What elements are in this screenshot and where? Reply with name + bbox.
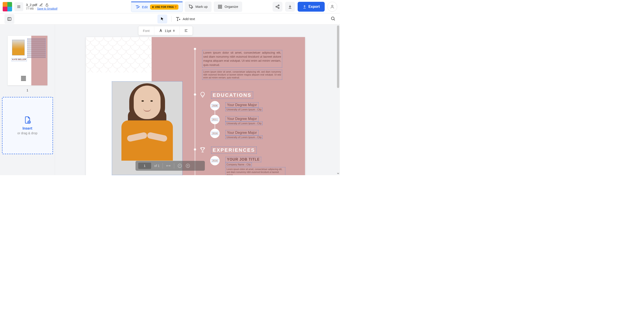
- intro-paragraph-1[interactable]: Lorem ipsum dolor sit amet, consectetuer…: [202, 50, 282, 68]
- right-tools: Export: [272, 2, 337, 12]
- job-title[interactable]: YOUR JOB TITLE: [226, 157, 261, 162]
- edit-label: Edit: [142, 5, 148, 9]
- degree-title-1[interactable]: Your Degree Major: [226, 116, 258, 122]
- svg-point-16: [332, 17, 334, 20]
- markup-icon: [189, 4, 193, 9]
- degree-title-0[interactable]: Your Degree Major: [226, 102, 258, 108]
- page-number-label: 1: [26, 88, 28, 92]
- svg-point-10: [278, 7, 279, 8]
- svg-rect-5: [220, 5, 222, 6]
- year-badge[interactable]: 2006: [210, 101, 220, 110]
- font-size-control[interactable]: 11pt ▲▼: [154, 26, 180, 35]
- svg-line-11: [277, 5, 278, 6]
- degree-sub-0[interactable]: University of Lorem Ipsum - City: [226, 108, 262, 111]
- page-controls: of 1: [136, 161, 205, 171]
- svg-line-12: [277, 7, 278, 8]
- lock-icon[interactable]: [45, 3, 49, 7]
- degree-sub-1[interactable]: University of Lorem Ipsum - City: [226, 122, 262, 125]
- svg-line-17: [334, 19, 335, 20]
- edit-text-icon: [135, 5, 140, 9]
- degree-title-2[interactable]: Your Degree Major: [226, 130, 258, 135]
- page-number-input[interactable]: [138, 163, 151, 169]
- panel-icon: [7, 17, 12, 21]
- font-family-selector[interactable]: Font: [138, 26, 154, 35]
- svg-point-8: [278, 5, 279, 6]
- markup-tab[interactable]: Mark up: [185, 1, 212, 12]
- exp-year: 2016: [212, 159, 218, 162]
- year-badge[interactable]: 2011: [210, 115, 220, 124]
- organize-icon: [218, 4, 222, 9]
- year-badge[interactable]: 2016: [210, 129, 220, 138]
- svg-rect-6: [218, 7, 220, 8]
- insert-title: Insert: [22, 126, 32, 130]
- svg-rect-7: [220, 7, 222, 8]
- font-color-icon: [159, 28, 163, 33]
- search-button[interactable]: [330, 16, 336, 22]
- insert-dropzone[interactable]: Insert or drag & drop: [2, 97, 53, 154]
- hamburger-icon: [17, 5, 21, 9]
- search-icon: [330, 16, 336, 21]
- organize-label: Organize: [224, 5, 238, 8]
- rename-icon[interactable]: [39, 3, 43, 7]
- insert-subtitle: or drag & drop: [18, 131, 38, 135]
- size-spinner[interactable]: ▲▼: [173, 29, 175, 32]
- account-button[interactable]: [327, 2, 337, 12]
- menu-button[interactable]: [14, 2, 23, 11]
- font-label: Font: [143, 29, 150, 33]
- thumb-name: KATE BELLER: [12, 58, 27, 61]
- scroll-down-icon[interactable]: [337, 172, 340, 175]
- star-icon: ★: [152, 5, 154, 8]
- file-name: 3_2.pdf: [26, 3, 37, 7]
- select-tool-button[interactable]: [158, 14, 167, 23]
- canvas[interactable]: Lorem ipsum dolor sit amet, consectetuer…: [55, 24, 340, 175]
- share-button[interactable]: [272, 2, 282, 12]
- font-size-value: 11pt: [164, 29, 171, 33]
- svg-point-13: [332, 5, 333, 7]
- job-desc[interactable]: Lorem ipsum dolor sit amet, consectetuer…: [226, 167, 285, 175]
- page-thumbnail[interactable]: KATE BELLER: [8, 36, 48, 85]
- export-button[interactable]: Export: [298, 2, 325, 12]
- edu-year-0: 2006: [212, 104, 218, 107]
- save-link[interactable]: Save to Smallpdf: [37, 7, 58, 10]
- app-logo: [3, 2, 12, 11]
- svg-rect-4: [218, 5, 220, 6]
- experiences-heading[interactable]: EXPERIENCES: [211, 147, 257, 154]
- year-badge[interactable]: 2016: [210, 156, 220, 165]
- markup-label: Mark up: [196, 5, 208, 8]
- zoom-out-icon[interactable]: [177, 163, 182, 168]
- export-icon: [302, 5, 306, 9]
- lightbulb-icon: [200, 92, 206, 98]
- organize-tab[interactable]: Organize: [214, 1, 242, 12]
- vertical-scrollbar[interactable]: [336, 24, 340, 175]
- share-icon: [275, 4, 280, 9]
- svg-rect-14: [8, 17, 11, 20]
- download-button[interactable]: [285, 2, 295, 12]
- company-sub[interactable]: Company Name - City: [226, 163, 252, 166]
- thumbnail-sidebar: KATE BELLER 1 Insert or drag & drop: [0, 24, 55, 175]
- scrollbar-thumb[interactable]: [337, 25, 339, 88]
- font-toolbar: Font 11pt ▲▼: [138, 26, 193, 35]
- educations-heading[interactable]: EDUCATIONS: [211, 92, 253, 99]
- use-free-label: USE FOR FREE: [155, 5, 174, 8]
- svg-rect-3: [46, 5, 48, 6]
- page-of-label: of 1: [154, 164, 160, 168]
- zoom-in-icon[interactable]: [185, 163, 190, 168]
- edit-tab[interactable]: Edit ★ USE FOR FREE T: [131, 1, 182, 12]
- degree-sub-2[interactable]: University of Lorem Ipsum - City: [226, 135, 262, 139]
- main-tools: Edit ★ USE FOR FREE T Mark up Organize: [131, 1, 242, 12]
- file-separator: ·: [35, 7, 36, 10]
- spinner-down-icon: ▼: [173, 31, 175, 32]
- cursor-icon: [160, 17, 164, 21]
- add-text-button[interactable]: Add text: [176, 16, 195, 21]
- export-label: Export: [308, 5, 320, 9]
- trophy-icon: [200, 147, 206, 153]
- text-align-button[interactable]: [180, 26, 192, 35]
- panel-toggle-button[interactable]: [4, 14, 14, 24]
- add-text-label: Add text: [183, 17, 195, 21]
- fit-width-icon[interactable]: [166, 163, 171, 168]
- intro-paragraph-2[interactable]: Lorem ipsum dolor sit amet, consectetuer…: [202, 70, 282, 80]
- use-free-badge[interactable]: ★ USE FOR FREE T: [150, 4, 178, 9]
- document-page[interactable]: Lorem ipsum dolor sit amet, consectetuer…: [86, 37, 305, 175]
- insert-file-icon: [24, 116, 31, 124]
- align-icon: [184, 28, 188, 33]
